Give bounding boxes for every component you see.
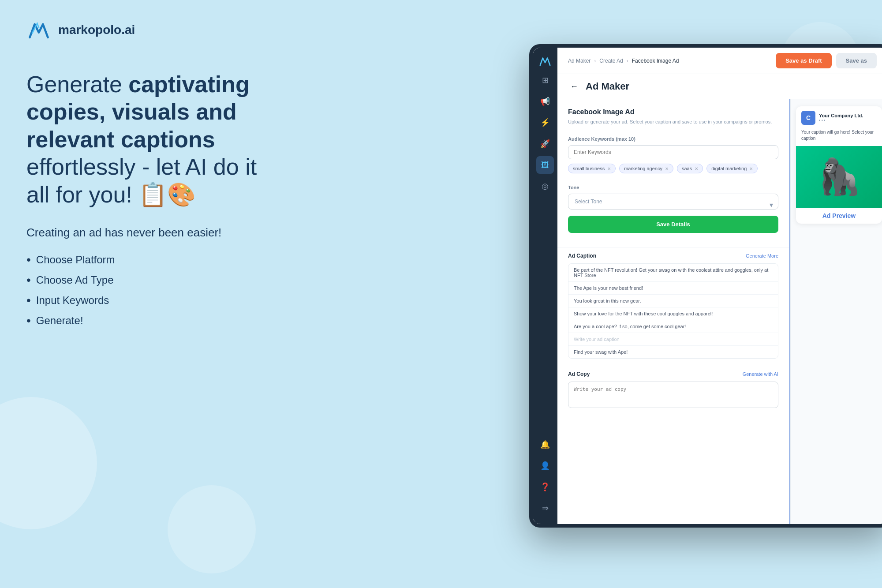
generate-ai-button[interactable]: Generate with AI (743, 371, 778, 377)
preview-company-row: C Your Company Ltd. • • • (796, 106, 882, 129)
bullet-2: Choose Ad Type (26, 273, 282, 287)
preview-label: Ad Preview (796, 208, 882, 224)
tone-section: Tone Select Tone Professional Casual Hum… (557, 185, 789, 247)
brand-name: markopolo.ai (58, 23, 135, 37)
preview-card: C Your Company Ltd. • • • Your caption w… (796, 106, 882, 224)
sidebar-item-launch[interactable]: 🚀 (536, 135, 554, 153)
subheading: Creating an ad has never been easier! (26, 226, 282, 240)
keywords-input[interactable] (568, 145, 778, 159)
ad-caption-section: Ad Caption Generate More Be part of the … (557, 247, 789, 366)
tone-select[interactable]: Select Tone Professional Casual Humorous… (568, 194, 778, 210)
save-button[interactable]: Save as (836, 53, 877, 68)
facebook-ad-title: Facebook Image Ad (568, 108, 778, 116)
tag-remove-digital-marketing[interactable]: ✕ (749, 166, 753, 171)
tag-label: small business (573, 166, 605, 171)
preview-caption: Your caption will go here! Select your c… (796, 129, 882, 146)
tag-remove-saas[interactable]: ✕ (695, 166, 698, 171)
copy-header: Ad Copy Generate with AI (568, 371, 778, 377)
logo-area: markopolo.ai (26, 18, 135, 42)
tag-remove-small-business[interactable]: ✕ (607, 166, 611, 171)
main-content: Ad Maker › Create Ad › Facebook Image Ad… (557, 48, 882, 524)
breadcrumb-item-1[interactable]: Ad Maker (568, 58, 590, 64)
caption-item-2[interactable]: You look great in this new gear. (568, 295, 778, 307)
facebook-ad-header: Facebook Image Ad Upload or generate you… (557, 99, 789, 129)
topbar: Ad Maker › Create Ad › Facebook Image Ad… (557, 48, 882, 74)
breadcrumb-separator-1: › (594, 58, 596, 64)
back-button[interactable]: ← (568, 80, 580, 93)
tag-label: saas (682, 166, 692, 171)
body-split: Facebook Image Ad Upload or generate you… (557, 99, 882, 524)
tag-marketing-agency[interactable]: marketing agency ✕ (619, 164, 673, 173)
sidebar-item-notifications[interactable]: 🔔 (536, 436, 554, 453)
caption-item-0[interactable]: Be part of the NFT revolution! Get your … (568, 264, 778, 282)
headline-part1: Generate (26, 71, 128, 97)
copy-textarea[interactable] (568, 382, 778, 408)
breadcrumb-item-3: Facebook Image Ad (632, 58, 679, 64)
caption-header: Ad Caption Generate More (568, 253, 778, 259)
caption-title: Ad Caption (568, 253, 596, 259)
preview-image: 🦍 (796, 146, 882, 208)
tag-saas[interactable]: saas ✕ (677, 164, 703, 173)
company-name: Your Company Ltd. (819, 113, 877, 118)
page-header: ← Ad Maker (557, 74, 882, 99)
sidebar-item-admaker[interactable]: 🖼 (536, 156, 554, 174)
tag-digital-marketing[interactable]: digital marketing ✕ (706, 164, 758, 173)
keywords-section: Audience Keywords (max 10) small busines… (557, 129, 789, 185)
ad-copy-section: Ad Copy Generate with AI (557, 366, 789, 417)
sidebar-item-automation[interactable]: ⚡ (536, 114, 554, 131)
page-title: Ad Maker (586, 81, 629, 92)
device-inner: ⊞ 📢 ⚡ 🚀 🖼 ◎ 🔔 👤 ❓ ⇒ Ad Maker › Create Ad (533, 48, 882, 524)
bullet-list: Choose Platform Choose Ad Type Input Key… (26, 253, 282, 328)
bullet-1: Choose Platform (26, 253, 282, 267)
tag-label: digital marketing (711, 166, 747, 171)
keywords-label: Audience Keywords (max 10) (568, 136, 778, 142)
headline: Generate captivating copies, visuals and… (26, 71, 282, 208)
preview-panel: C Your Company Ltd. • • • Your caption w… (790, 99, 882, 524)
facebook-ad-subtitle: Upload or generate your ad. Select your … (568, 119, 778, 125)
caption-item-3[interactable]: Show your love for the NFT with these co… (568, 307, 778, 320)
bg-circle-2 (168, 485, 256, 573)
sidebar-item-analytics[interactable]: ◎ (536, 177, 554, 195)
tag-remove-marketing-agency[interactable]: ✕ (665, 166, 669, 171)
generate-more-button[interactable]: Generate More (746, 253, 778, 258)
caption-item-6[interactable]: Find your swag with Ape! (568, 346, 778, 358)
device-mockup: ⊞ 📢 ⚡ 🚀 🖼 ◎ 🔔 👤 ❓ ⇒ Ad Maker › Create Ad (529, 44, 882, 528)
monkey-art: 🦍 (796, 146, 882, 208)
company-sub: • • • (819, 118, 877, 123)
save-draft-button[interactable]: Save as Draft (776, 53, 831, 68)
sidebar-bottom: 🔔 👤 ❓ ⇒ (536, 436, 554, 517)
company-avatar: C (801, 111, 815, 125)
caption-item-4[interactable]: Are you a cool ape? If so, come get some… (568, 320, 778, 333)
breadcrumb-item-2[interactable]: Create Ad (599, 58, 623, 64)
save-details-button[interactable]: Save Details (568, 216, 778, 233)
caption-item-1[interactable]: The Ape is your new best friend! (568, 282, 778, 295)
headline-part2: effortlessly - let AI do it all for you!… (26, 154, 257, 207)
app-sidebar: ⊞ 📢 ⚡ 🚀 🖼 ◎ 🔔 👤 ❓ ⇒ (533, 48, 557, 524)
caption-write[interactable]: Write your ad caption (568, 333, 778, 346)
sidebar-item-profile[interactable]: 👤 (536, 457, 554, 475)
breadcrumb: Ad Maker › Create Ad › Facebook Image Ad (568, 58, 679, 64)
sidebar-item-campaigns[interactable]: 📢 (536, 93, 554, 110)
brand-logo-icon (26, 18, 51, 42)
bullet-3: Input Keywords (26, 293, 282, 307)
topbar-actions: Save as Draft Save as (776, 53, 877, 68)
bg-circle-1 (0, 397, 97, 529)
caption-list: Be part of the NFT revolution! Get your … (568, 263, 778, 359)
split-divider (789, 99, 790, 524)
breadcrumb-separator-2: › (627, 58, 628, 64)
tag-small-business[interactable]: small business ✕ (568, 164, 616, 173)
copy-title: Ad Copy (568, 371, 590, 377)
sidebar-logo-icon (538, 55, 552, 68)
tone-select-wrap: Select Tone Professional Casual Humorous… (568, 194, 778, 216)
left-content: Generate captivating copies, visuals and… (26, 71, 282, 334)
sidebar-item-dashboard[interactable]: ⊞ (536, 71, 554, 89)
form-panel: Facebook Image Ad Upload or generate you… (557, 99, 789, 524)
sidebar-item-help[interactable]: ❓ (536, 478, 554, 496)
company-info: Your Company Ltd. • • • (819, 113, 877, 123)
tone-label: Tone (568, 185, 778, 190)
bullet-4: Generate! (26, 314, 282, 328)
tags-row: small business ✕ marketing agency ✕ saas… (568, 164, 778, 173)
sidebar-item-logout[interactable]: ⇒ (536, 499, 554, 517)
tag-label: marketing agency (624, 166, 662, 171)
